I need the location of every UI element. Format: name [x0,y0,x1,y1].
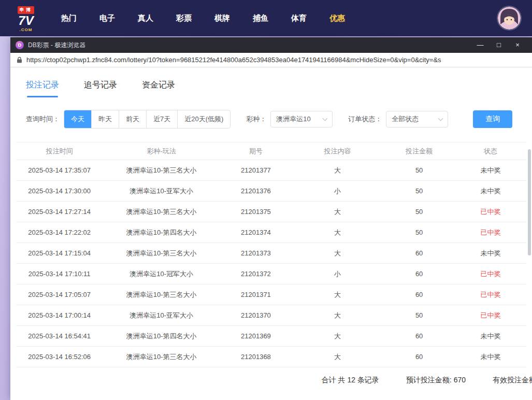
bet-time: 2025-03-14 17:30:00 [16,181,103,202]
browser-window: D DB彩票 - 极速浏览器 — □ × https://ctop02pchwp… [10,37,532,400]
bet-content: 大 [292,284,383,305]
logo-text-cn: 申博 [18,6,34,14]
top-nav-items: 热门电子真人彩票棋牌捕鱼体育优惠 [61,13,498,23]
table-row: 2025-03-14 17:00:14澳洲幸运10-亚军大小21201370大5… [16,305,526,326]
issue-number: 21201370 [220,305,292,326]
url-text: https://ctop02pchwp1.zfnc84.com/lottery/… [26,56,526,64]
logo-text-com: .COM [11,27,40,32]
bet-status: 已中奖 [455,264,526,284]
game-play: 澳洲幸运10-冠军大小 [103,264,220,284]
bet-records-table: 投注时间彩种-玩法期号投注内容投注金额状态 2025-03-14 17:35:0… [16,142,526,367]
time-filter-昨天[interactable]: 昨天 [91,110,119,128]
tab-资金记录[interactable]: 资金记录 [142,80,175,97]
game-play: 澳洲幸运10-亚军大小 [103,305,220,326]
order-status-select[interactable]: 全部状态 [386,111,448,127]
close-button[interactable]: × [508,37,527,53]
bet-amount: 60 [383,284,455,305]
tab-投注记录[interactable]: 投注记录 [26,80,59,97]
game-play: 澳洲幸运10-亚军大小 [103,181,220,202]
table-header-row: 投注时间彩种-玩法期号投注内容投注金额状态 [16,142,526,160]
bet-amount: 60 [383,243,455,264]
page-content: 投注记录追号记录资金记录 查询时间： 今天昨天前天近7天近20天(低频) 彩种：… [10,67,532,399]
table-body: 2025-03-14 17:35:07澳洲幸运10-第三名大小21201377大… [16,160,526,367]
bet-status: 已中奖 [455,202,526,222]
game-play: 澳洲幸运10-第四名大小 [103,326,220,347]
chevron-down-icon [438,116,443,121]
bet-content: 大 [292,305,383,326]
lottery-select[interactable]: 澳洲幸运10 [270,111,333,127]
nav-item-体育[interactable]: 体育 [291,13,307,23]
bet-time: 2025-03-14 16:52:06 [16,347,103,367]
nav-item-彩票[interactable]: 彩票 [176,13,192,23]
bet-time: 2025-03-14 17:10:11 [16,264,103,284]
bet-content: 大 [292,243,383,264]
nav-item-电子[interactable]: 电子 [99,13,115,23]
nav-item-热门[interactable]: 热门 [61,13,77,23]
bet-status: 已中奖 [455,305,526,326]
bet-content: 小 [292,264,383,284]
bet-time: 2025-03-14 16:54:41 [16,326,103,347]
url-bar[interactable]: https://ctop02pchwp1.zfnc84.com/lottery/… [10,53,532,67]
bet-content: 大 [292,347,383,367]
bet-amount: 50 [383,305,455,326]
nav-item-棋牌[interactable]: 棋牌 [214,13,230,23]
total-records: 合计 共 12 条记录 [322,376,379,385]
bet-time: 2025-03-14 17:22:02 [16,222,103,243]
window-controls: — □ × [471,37,527,53]
logo-text-main: 7V [11,14,40,27]
bet-amount: 60 [383,347,455,367]
valid-bet-amount: 有效投注金额 [493,376,532,385]
minimize-button[interactable]: — [471,37,490,53]
game-play: 澳洲幸运10-第三名大小 [103,160,220,181]
nav-item-真人[interactable]: 真人 [138,13,153,23]
bet-status: 已中奖 [455,222,526,243]
bet-time: 2025-03-14 17:00:14 [16,305,103,326]
table-row: 2025-03-14 17:15:04澳洲幸运10-第三名大小21201373大… [16,243,526,264]
time-filter-group: 今天昨天前天近7天近20天(低频) [64,110,231,128]
bet-status: 未中奖 [455,347,526,367]
table-footer: 合计 共 12 条记录 预计投注金额: 670 有效投注金额 [10,376,532,385]
bet-content: 小 [292,181,383,202]
maximize-button[interactable]: □ [490,37,508,53]
lottery-label: 彩种： [246,115,266,124]
game-play: 澳洲幸运10-第三名大小 [103,347,220,367]
bet-amount: 50 [383,202,455,222]
scrollbar-thumb[interactable] [528,149,531,255]
nav-item-优惠[interactable]: 优惠 [329,13,345,23]
bet-content: 大 [292,222,383,243]
issue-number: 21201371 [220,284,292,305]
order-status-label: 订单状态： [348,115,382,124]
filter-bar: 查询时间： 今天昨天前天近7天近20天(低频) 彩种： 澳洲幸运10 订单状态：… [26,110,532,128]
lottery-select-value: 澳洲幸运10 [276,115,310,124]
chevron-down-icon [323,116,328,121]
query-button[interactable]: 查询 [473,110,512,128]
game-play: 澳洲幸运10-第三名大小 [103,284,220,305]
bet-time: 2025-03-14 17:27:14 [16,202,103,222]
time-filter-近7天[interactable]: 近7天 [146,110,177,128]
bet-status: 未中奖 [455,326,526,347]
time-filter-今天[interactable]: 今天 [64,110,91,128]
time-filter-近20天(低频)[interactable]: 近20天(低频) [177,110,230,128]
nav-item-捕鱼[interactable]: 捕鱼 [253,13,268,23]
bet-content: 大 [292,160,383,181]
game-play: 澳洲幸运10-第三名大小 [103,243,220,264]
bet-amount: 50 [383,160,455,181]
user-avatar[interactable] [498,7,521,30]
bet-status: 已中奖 [455,284,526,305]
site-logo[interactable]: 申博 7V .COM [11,4,40,32]
issue-number: 21201375 [220,202,292,222]
game-play: 澳洲幸运10-第四名大小 [103,222,220,243]
bet-time: 2025-03-14 17:35:07 [16,160,103,181]
table-row: 2025-03-14 17:30:00澳洲幸运10-亚军大小21201376小5… [16,181,526,202]
lock-icon [17,56,22,63]
tab-追号记录[interactable]: 追号记录 [84,80,117,97]
record-tabs: 投注记录追号记录资金记录 [10,67,532,97]
order-status-select-value: 全部状态 [392,115,419,124]
table-row: 2025-03-14 17:10:11澳洲幸运10-冠军大小21201372小6… [16,264,526,284]
time-filter-前天[interactable]: 前天 [119,110,146,128]
bet-amount: 50 [383,181,455,202]
avatar-image [498,7,521,30]
column-header: 投注内容 [292,142,383,160]
time-filter-label: 查询时间： [26,115,60,124]
issue-number: 21201373 [220,243,292,264]
